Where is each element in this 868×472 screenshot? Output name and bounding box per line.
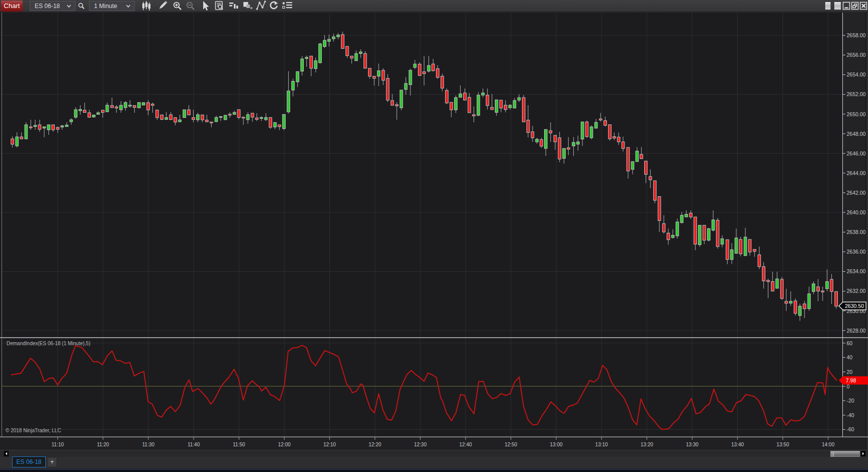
svg-text:2632.00: 2632.00	[847, 288, 866, 294]
svg-text:14:00: 14:00	[822, 442, 834, 447]
svg-text:2646.00: 2646.00	[847, 150, 866, 156]
svg-text:2642.00: 2642.00	[847, 190, 866, 196]
svg-text:-40: -40	[847, 412, 854, 418]
svg-text:-20: -20	[847, 398, 854, 404]
svg-text:2634.00: 2634.00	[847, 268, 866, 274]
svg-text:60: 60	[847, 340, 853, 346]
svg-text:13:00: 13:00	[550, 442, 562, 447]
svg-text:12:20: 12:20	[369, 442, 381, 447]
svg-text:2640.00: 2640.00	[847, 209, 866, 215]
svg-text:2652.00: 2652.00	[847, 91, 866, 97]
svg-text:2654.00: 2654.00	[847, 71, 866, 77]
svg-text:12:30: 12:30	[414, 442, 426, 447]
svg-text:11:10: 11:10	[52, 442, 64, 447]
svg-text:2656.00: 2656.00	[847, 52, 866, 58]
svg-text:11:50: 11:50	[233, 442, 245, 447]
svg-text:2658.00: 2658.00	[847, 32, 866, 38]
svg-text:2650.00: 2650.00	[847, 111, 866, 117]
svg-text:11:30: 11:30	[142, 442, 155, 447]
svg-text:13:50: 13:50	[776, 442, 789, 447]
svg-text:13:30: 13:30	[686, 442, 699, 447]
svg-text:13:20: 13:20	[641, 442, 653, 447]
svg-text:12:10: 12:10	[323, 442, 336, 447]
svg-text:12:40: 12:40	[459, 442, 472, 447]
svg-text:2638.00: 2638.00	[847, 229, 866, 235]
svg-text:11:40: 11:40	[188, 442, 200, 447]
svg-text:11:20: 11:20	[97, 442, 110, 447]
svg-text:13:40: 13:40	[731, 442, 744, 447]
svg-text:12:50: 12:50	[504, 442, 517, 447]
svg-text:13:10: 13:10	[595, 442, 608, 447]
svg-text:-60: -60	[847, 426, 854, 432]
svg-text:20: 20	[847, 369, 853, 375]
svg-text:12:00: 12:00	[278, 442, 291, 447]
svg-text:DemandIndex(ES 06-18 (1 Minute: DemandIndex(ES 06-18 (1 Minute),5)	[7, 341, 91, 346]
svg-text:© 2018 NinjaTrader, LLC: © 2018 NinjaTrader, LLC	[6, 428, 61, 433]
svg-text:2648.00: 2648.00	[847, 131, 866, 137]
svg-text:40: 40	[847, 354, 853, 360]
svg-text:7.98: 7.98	[846, 377, 856, 383]
svg-text:2630.50: 2630.50	[845, 303, 864, 309]
svg-text:2636.00: 2636.00	[847, 249, 866, 255]
svg-text:2644.00: 2644.00	[847, 170, 866, 176]
svg-text:2628.00: 2628.00	[847, 328, 866, 334]
